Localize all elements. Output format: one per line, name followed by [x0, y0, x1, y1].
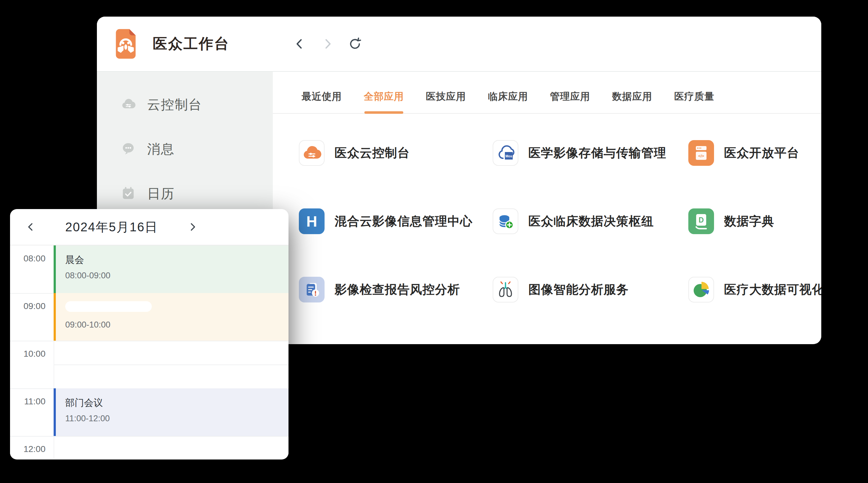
- titlebar: 医众工作台: [97, 17, 821, 72]
- forward-button[interactable]: [320, 36, 335, 52]
- calendar-header: 2024年5月16日: [10, 209, 288, 246]
- tab-medtech[interactable]: 医技应用: [426, 90, 466, 113]
- app-label: 图像智能分析服务: [528, 281, 629, 298]
- sidebar-item-label: 消息: [147, 140, 175, 158]
- time-label: 08:00: [10, 254, 45, 264]
- app-category-tabs: 最近使用 全部应用 医技应用 临床应用 管理应用 数据应用 医疗质量: [273, 72, 821, 114]
- tab-clinical[interactable]: 临床应用: [488, 90, 528, 113]
- calendar-panel: 2024年5月16日 08:00 09:00 10:00 11:00 12:00…: [10, 209, 288, 459]
- sidebar-item-label: 云控制台: [147, 96, 202, 114]
- app-label: 医学影像存储与传输管理: [528, 144, 666, 161]
- time-label: 12:00: [10, 444, 45, 454]
- event-time: 08:00-09:00: [65, 271, 288, 281]
- tab-quality[interactable]: 医疗质量: [674, 90, 714, 113]
- app-label: 医众临床数据决策枢纽: [528, 213, 654, 230]
- calendar-event-morning-meeting[interactable]: 晨会 08:00-09:00: [54, 246, 288, 293]
- redacted-event-title: [65, 301, 152, 312]
- calendar-next-button[interactable]: [186, 220, 199, 234]
- tab-management[interactable]: 管理应用: [550, 90, 590, 113]
- event-title: 晨会: [65, 254, 288, 266]
- content-area: 最近使用 全部应用 医技应用 临床应用 管理应用 数据应用 医疗质量: [273, 72, 821, 344]
- app-image-storage[interactable]: Mos 医学影像存储与传输管理: [493, 140, 688, 166]
- hour-line: [10, 341, 288, 341]
- sidebar-item-label: 日历: [147, 185, 175, 202]
- refresh-icon: [348, 37, 362, 51]
- app-report-risk-analysis[interactable]: 影像检查报告风控分析: [299, 277, 493, 302]
- desktop-background: 医众工作台: [0, 0, 868, 483]
- app-label: 医疗大数据可视化: [724, 281, 821, 298]
- half-hour-line: [54, 364, 288, 365]
- calendar-date-label: 2024年5月16日: [65, 219, 158, 236]
- message-bubble-icon: [121, 141, 136, 157]
- database-plus-icon: [493, 208, 518, 234]
- calendar-prev-button[interactable]: [24, 220, 38, 234]
- lungs-analysis-icon: [493, 277, 518, 302]
- event-time: 09:00-10:00: [65, 320, 288, 330]
- event-title: 部门会议: [65, 396, 288, 409]
- sidebar-item-messages[interactable]: 消息: [97, 135, 273, 164]
- refresh-button[interactable]: [347, 36, 363, 52]
- tab-recent[interactable]: 最近使用: [302, 90, 342, 113]
- tab-data[interactable]: 数据应用: [612, 90, 652, 113]
- app-hybrid-cloud-center[interactable]: H 混合云影像信息管理中心: [299, 208, 493, 234]
- app-cloud-console[interactable]: 医众云控制台: [299, 140, 493, 166]
- app-label: 数据字典: [724, 213, 774, 230]
- chevron-right-icon: [187, 221, 198, 232]
- cloud-console-icon: [121, 97, 136, 113]
- app-label: 影像检查报告风控分析: [335, 281, 460, 298]
- app-logo-icon: [111, 28, 140, 60]
- dictionary-book-icon: D: [688, 208, 714, 234]
- app-label: 医众云控制台: [335, 144, 410, 161]
- hybrid-cloud-h-icon: H: [299, 208, 324, 234]
- svg-text:Mos: Mos: [505, 154, 512, 158]
- calendar-event-redacted[interactable]: 09:00-10:00: [54, 293, 288, 341]
- svg-text:</>: </>: [699, 154, 704, 158]
- app-data-dictionary[interactable]: D 数据字典: [688, 208, 821, 234]
- app-label: 混合云影像信息管理中心: [335, 213, 472, 230]
- time-label: 11:00: [10, 396, 45, 407]
- chevron-left-icon: [25, 221, 36, 232]
- time-label: 10:00: [10, 349, 45, 359]
- back-icon: [293, 37, 307, 51]
- back-button[interactable]: [292, 36, 307, 52]
- time-label: 09:00: [10, 301, 45, 311]
- app-title: 医众工作台: [153, 34, 229, 54]
- orange-cloud-sliders-icon: [299, 140, 324, 166]
- pie-chart-icon: [688, 277, 714, 302]
- hour-line: [10, 436, 288, 437]
- app-clinical-data-hub[interactable]: 医众临床数据决策枢纽: [493, 208, 688, 234]
- report-risk-alert-icon: [299, 277, 324, 302]
- app-open-platform[interactable]: </> 医众开放平台: [688, 140, 821, 166]
- sidebar-item-calendar[interactable]: 日历: [97, 179, 273, 208]
- open-platform-code-icon: </>: [688, 140, 714, 166]
- calendar-check-icon: [121, 186, 136, 202]
- tab-all-apps[interactable]: 全部应用: [364, 90, 404, 113]
- calendar-event-department-meeting[interactable]: 部门会议 11:00-12:00: [54, 388, 288, 436]
- app-grid: 医众云控制台 Mos 医学影像存储与传输管理: [273, 114, 821, 302]
- calendar-day-view: 08:00 09:00 10:00 11:00 12:00 晨会 08:00-0…: [10, 246, 288, 459]
- app-big-data-visualization[interactable]: 医疗大数据可视化: [688, 277, 821, 302]
- app-image-ai-service[interactable]: 图像智能分析服务: [493, 277, 688, 302]
- forward-icon: [320, 37, 334, 51]
- sidebar-item-cloud-console[interactable]: 云控制台: [97, 90, 273, 119]
- nav-buttons: [292, 36, 363, 52]
- event-time: 11:00-12:00: [65, 414, 288, 423]
- svg-text:D: D: [699, 216, 704, 224]
- cloud-mos-icon: Mos: [493, 140, 518, 166]
- app-label: 医众开放平台: [724, 144, 799, 161]
